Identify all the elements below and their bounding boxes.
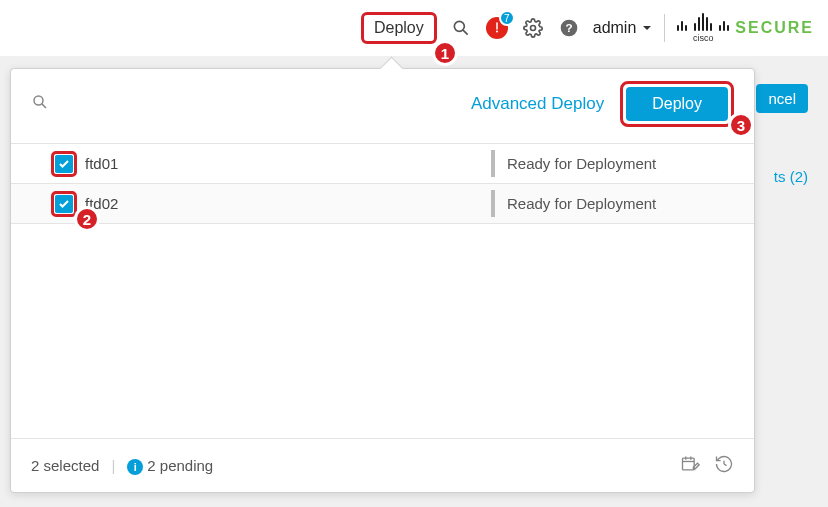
search-icon[interactable] (449, 16, 473, 40)
deploy-menu-button[interactable]: Deploy (361, 12, 437, 44)
device-status-label: Ready for Deployment (507, 195, 656, 212)
callout-1: 1 (432, 40, 458, 66)
gear-icon[interactable] (521, 16, 545, 40)
cisco-logo-icon (677, 13, 729, 31)
device-checkbox[interactable] (55, 195, 73, 213)
device-status-label: Ready for Deployment (507, 155, 656, 172)
deploy-menu-label: Deploy (374, 19, 424, 36)
deploy-button-highlight: Deploy (620, 81, 734, 127)
user-menu[interactable]: admin (593, 19, 653, 37)
brand-cisco-text: cisco (677, 33, 729, 43)
alert-badge: 7 (499, 10, 515, 26)
history-icon[interactable] (714, 454, 734, 477)
background-link[interactable]: ts (2) (774, 168, 808, 185)
row-divider (491, 150, 495, 177)
svg-point-3 (530, 26, 535, 31)
selected-count-label: 2 selected (31, 457, 99, 474)
alert-icon[interactable]: 7 (485, 16, 509, 40)
pending-count-label: 2 pending (147, 457, 213, 474)
device-checkbox-highlight (51, 151, 77, 177)
device-name-label: ftd01 (85, 155, 118, 172)
panel-header: Advanced Deploy Deploy (11, 69, 754, 143)
device-list: ftd01 Ready for Deployment ftd02 Ready f… (11, 143, 754, 438)
svg-text:?: ? (565, 21, 572, 34)
device-row[interactable]: ftd02 Ready for Deployment (11, 184, 754, 224)
svg-point-2 (496, 31, 498, 33)
svg-line-13 (724, 464, 727, 466)
svg-rect-8 (683, 458, 695, 470)
deploy-panel: Advanced Deploy Deploy ftd01 Ready for D… (10, 68, 755, 493)
pending-wrap: i2 pending (127, 457, 213, 475)
callout-3: 3 (728, 112, 754, 138)
chevron-down-icon (642, 23, 652, 33)
callout-2: 2 (74, 206, 100, 232)
device-checkbox[interactable] (55, 155, 73, 173)
deploy-button[interactable]: Deploy (626, 87, 728, 121)
advanced-deploy-link[interactable]: Advanced Deploy (471, 94, 604, 114)
schedule-icon[interactable] (680, 454, 700, 477)
brand-secure-text: SECURE (735, 19, 814, 37)
row-divider (491, 190, 495, 217)
svg-point-0 (454, 21, 464, 31)
user-label: admin (593, 19, 637, 37)
topbar-divider (664, 14, 665, 42)
help-icon[interactable]: ? (557, 16, 581, 40)
svg-point-6 (34, 96, 43, 105)
info-icon: i (127, 459, 143, 475)
topbar: Deploy 7 ? admin cisco SECURE (0, 0, 828, 56)
panel-footer: 2 selected | i2 pending (11, 438, 754, 492)
svg-line-7 (42, 104, 46, 108)
search-icon[interactable] (31, 93, 49, 115)
device-row[interactable]: ftd01 Ready for Deployment (11, 144, 754, 184)
footer-separator: | (111, 457, 115, 474)
brand-logo: cisco SECURE (677, 13, 814, 43)
background-cancel-button[interactable]: ncel (756, 84, 808, 113)
device-checkbox-highlight (51, 191, 77, 217)
svg-line-1 (463, 30, 468, 35)
